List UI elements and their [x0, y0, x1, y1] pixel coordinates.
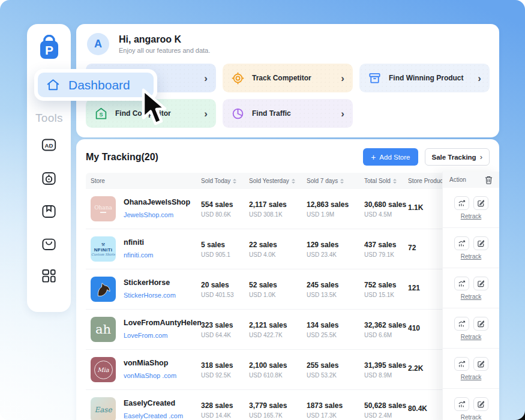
edit-button[interactable] — [473, 317, 488, 331]
stats-chart-button[interactable] — [454, 397, 469, 411]
stats-chart-button[interactable] — [454, 236, 469, 250]
sale-tracking-button[interactable]: Sale Tracking › — [425, 148, 490, 166]
sold-yesterday-usd: USD 422.7K — [249, 332, 307, 338]
shop-bag-icon[interactable] — [27, 236, 71, 252]
sold-yesterday-value: 2,117 sales — [249, 200, 307, 209]
edit-button[interactable] — [473, 196, 488, 210]
sold-7days-usd: USD 17.3K — [307, 412, 364, 419]
sold-7days-value: 255 sales — [307, 361, 364, 370]
sold-7days-value: 245 sales — [307, 281, 364, 289]
store-logo — [91, 277, 116, 302]
chevron-right-icon: › — [341, 73, 344, 83]
chevron-right-icon: › — [341, 109, 344, 119]
feature-card-track-competitor[interactable]: Track Competitor › — [223, 64, 353, 92]
sold-7days-value: 12,863 sales — [307, 200, 364, 209]
retrack-link[interactable]: Retrack — [461, 253, 481, 260]
trash-icon[interactable] — [485, 176, 493, 184]
store-domain-link[interactable]: vonMiaShop .com — [124, 372, 176, 379]
total-sold-value: 30,680 sales — [364, 200, 408, 209]
retrack-link[interactable]: Retrack — [461, 293, 481, 300]
feature-card-find-traffic[interactable]: Find Traffic › — [223, 99, 353, 128]
sold-yesterday-usd: USD 308.1K — [249, 211, 307, 218]
col-total-sold[interactable]: Total Sold — [364, 178, 408, 184]
stats-chart-button[interactable] — [454, 277, 469, 290]
sold-today-usd: USD 14.4K — [201, 412, 249, 419]
store-name: StickerHorse — [124, 278, 176, 287]
stats-chart-button[interactable] — [454, 317, 469, 331]
store-domain-link[interactable]: EaselyCreated .com — [124, 412, 183, 419]
retrack-link[interactable]: Retrack — [461, 414, 481, 420]
sold-7days-usd: USD 13.5K — [307, 292, 364, 298]
total-sold-usd: USD 2.4M — [364, 412, 408, 419]
sold-yesterday-value: 2,121 sales — [249, 321, 307, 329]
sold-7days-value: 1873 sales — [307, 401, 364, 410]
tracking-card: My Tracking(20) + Add Store Sale Trackin… — [76, 139, 499, 420]
target-icon — [231, 71, 245, 85]
sold-yesterday-value: 2,100 sales — [249, 361, 307, 370]
edit-pencil-icon — [477, 400, 485, 408]
stats-chart-button[interactable] — [454, 196, 469, 210]
sold-today-value: 5 sales — [201, 241, 249, 249]
table-row: Ease EaselyCreated EaselyCreated .com 32… — [86, 390, 490, 420]
total-sold-value: 437 sales — [364, 241, 408, 249]
trend-chart-icon — [458, 320, 466, 328]
col-sold-7-days[interactable]: Sold 7 days — [307, 178, 364, 184]
avatar: A — [87, 33, 109, 55]
action-rows: Retrack Retrack — [443, 188, 499, 420]
sort-icon — [292, 179, 295, 184]
horse-icon — [93, 279, 113, 299]
chevron-right-icon: › — [478, 73, 481, 83]
product-box-icon — [368, 71, 382, 85]
retrack-link[interactable]: Retrack — [461, 334, 481, 340]
store-domain-link[interactable]: LoveFrom.com — [124, 332, 167, 339]
store-logo: Mia — [91, 357, 116, 382]
apps-grid-icon[interactable] — [27, 268, 71, 284]
feature-card-find-winning-product[interactable]: Find Winning Product › — [359, 64, 490, 92]
store-logo: ah — [91, 317, 116, 342]
sold-yesterday-usd: USD 1.0K — [249, 292, 307, 298]
col-sold-today[interactable]: Sold Today — [201, 178, 249, 184]
tracking-title: My Tracking(20) — [86, 152, 158, 163]
svg-text:S: S — [99, 111, 103, 117]
retrack-link[interactable]: Retrack — [461, 374, 481, 380]
store-domain-link[interactable]: JewelsShop.com — [124, 211, 173, 218]
store-domain-link[interactable]: nfiniti.com — [124, 251, 154, 259]
total-sold-value: 32,362 sales — [364, 321, 408, 329]
retrack-link[interactable]: Retrack — [461, 213, 481, 220]
edit-button[interactable] — [473, 236, 488, 250]
svg-text:AD: AD — [45, 142, 53, 149]
store-name: EaselyCreated — [124, 399, 183, 407]
col-store[interactable]: Store — [86, 178, 201, 184]
edit-button[interactable] — [473, 277, 488, 290]
sold-7days-value: 134 sales — [307, 321, 364, 329]
store-name: LoveFromAuntyHelen — [124, 319, 202, 327]
table-row: Mia vonMiaShop vonMiaShop .com 318 sales… — [86, 350, 490, 390]
sidebar-item-dashboard[interactable]: Dashboard — [38, 73, 154, 97]
edit-pencil-icon — [477, 280, 485, 287]
mouse-cursor — [139, 88, 170, 128]
sold-7days-usd: USD 53.2K — [307, 372, 364, 379]
sidebar: P Tools AD — [27, 24, 71, 312]
action-row: Retrack — [443, 389, 499, 420]
stats-chart-button[interactable] — [454, 357, 469, 371]
action-row: Retrack — [443, 308, 499, 349]
store-logo: ⚒NFiNiTiCustom Shirts — [91, 236, 116, 262]
table-row: ⚒NFiNiTiCustom Shirts nfiniti nfiniti.co… — [86, 229, 490, 269]
total-sold-usd: USD 79.1K — [364, 251, 408, 258]
bookmark-icon[interactable] — [27, 203, 71, 220]
edit-button[interactable] — [473, 397, 488, 411]
sold-7days-usd: USD 1.9M — [307, 211, 364, 218]
ad-icon[interactable]: AD — [27, 137, 71, 153]
chevron-right-icon: › — [204, 73, 208, 83]
package-track-icon[interactable] — [27, 170, 71, 187]
table-header: Store Sold Today Sold Yesterday Sold 7 d… — [86, 173, 490, 189]
edit-button[interactable] — [473, 357, 488, 371]
add-store-button[interactable]: + Add Store — [363, 148, 418, 166]
total-sold-usd: USD 8.9M — [364, 372, 408, 379]
app-logo-icon: P — [27, 35, 71, 61]
col-sold-yesterday[interactable]: Sold Yesterday — [249, 178, 307, 184]
store-domain-link[interactable]: StickerHorse.com — [124, 292, 176, 299]
sort-icon — [233, 179, 236, 184]
sold-today-value: 323 sales — [201, 321, 249, 329]
greeting-title: Hi, angaroo K — [119, 34, 210, 45]
